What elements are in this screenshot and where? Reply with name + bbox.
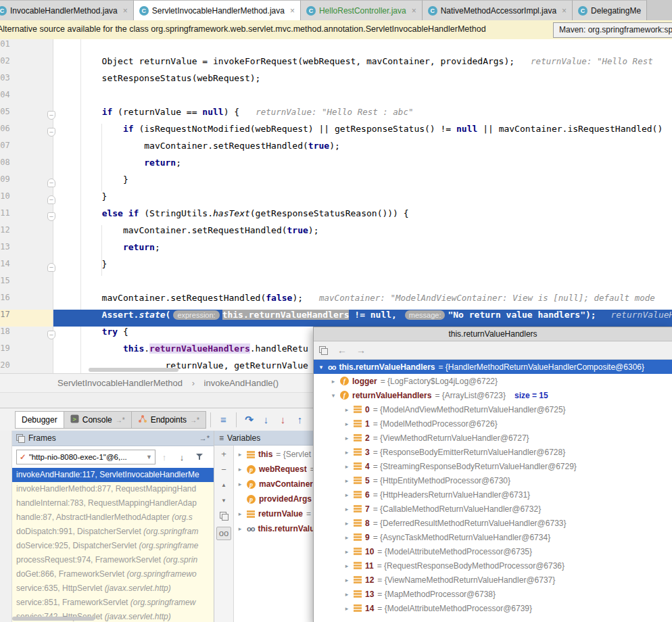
force-step-into-icon[interactable]: ↓ xyxy=(274,412,291,428)
popup-tree-row[interactable]: ▸13 = {MapMethodProcessor@6738} xyxy=(314,587,672,601)
popup-tree-row[interactable]: ▸4 = {StreamingResponseBodyReturnValueHa… xyxy=(314,459,672,473)
chevron-right-icon[interactable]: ▸ xyxy=(237,481,243,487)
fold-marker-icon[interactable]: – xyxy=(47,178,55,187)
popup-tree-row[interactable]: ▸0 = {ModelAndViewMethodReturnValueHandl… xyxy=(314,402,672,416)
frame-row[interactable]: doService:925, DispatcherServlet (org.sp… xyxy=(12,539,214,553)
popup-tree-row[interactable]: ▸14 = {ModelAttributeMethodProcessor@673… xyxy=(314,601,672,615)
popup-tree-row[interactable]: ▸9 = {AsyncTaskMethodReturnValueHandler@… xyxy=(314,530,672,544)
move-down-icon[interactable]: ▼ xyxy=(217,496,231,506)
popup-tree-row[interactable]: ▸11 = {RequestResponseBodyMethodProcesso… xyxy=(314,558,672,573)
frame-row[interactable]: invokeAndHandle:117, ServletInvocableHan… xyxy=(12,468,214,482)
code-line[interactable]: 114– } xyxy=(0,259,672,276)
popup-tree-row[interactable]: ▸12 = {ViewNameMethodReturnValueHandler@… xyxy=(314,573,672,587)
code-line[interactable]: 117 Assert.state(expression:this.returnV… xyxy=(0,310,672,327)
chevron-right-icon[interactable]: ▸ xyxy=(343,591,350,598)
code-line[interactable]: 111– else if (StringUtils.hasText(getRes… xyxy=(0,208,672,225)
code-line[interactable]: 110– } xyxy=(0,191,672,208)
chevron-right-icon[interactable]: ▸ xyxy=(237,510,243,517)
popup-tree-row[interactable]: ▸flogger = {LogFactory$Log4jLog@6722} xyxy=(314,374,672,388)
restore-layout-icon[interactable]: →* xyxy=(199,434,210,442)
toolwindow-tab-console[interactable]: >Console→* xyxy=(64,411,132,429)
code-line[interactable]: 106– if (isRequestNotModified(webRequest… xyxy=(0,124,672,141)
code-line[interactable]: 108 return; xyxy=(0,158,672,174)
code-line[interactable]: 116 mavContainer.setRequestHandled(false… xyxy=(0,293,672,310)
chevron-right-icon[interactable]: ▸ xyxy=(330,378,337,385)
popup-tree-row[interactable]: ▸3 = {ResponseBodyEmitterReturnValueHand… xyxy=(314,445,672,459)
toolwindow-tab-endpoints[interactable]: Endpoints→* xyxy=(131,411,206,429)
popup-tree-row[interactable]: ▾oothis.returnValueHandlers = {HandlerMe… xyxy=(314,360,672,374)
code-line[interactable]: 104 xyxy=(0,90,672,107)
fold-marker-icon[interactable]: – xyxy=(47,111,55,120)
layout-menu-icon[interactable]: ≡ xyxy=(215,412,232,428)
code-line[interactable]: 107 mavContainer.setRequestHandled(true)… xyxy=(0,141,672,158)
editor-tab[interactable]: CDelegatingMe xyxy=(573,0,647,20)
editor-tab[interactable]: CHelloRestController.java× xyxy=(301,0,423,20)
code-line[interactable]: 115 xyxy=(0,276,672,293)
chevron-right-icon[interactable]: ▸ xyxy=(343,421,350,427)
code-line[interactable]: 102 Object returnValue = invokeForReques… xyxy=(0,56,672,73)
chevron-down-icon[interactable]: ▾ xyxy=(330,392,337,399)
popup-tree-row[interactable]: ▾freturnValueHandlers = {ArrayList@6723}… xyxy=(314,388,672,402)
previous-frame-icon[interactable]: ↑ xyxy=(155,452,173,462)
frame-row[interactable]: service:635, HttpServlet (javax.servlet.… xyxy=(12,581,214,596)
chevron-right-icon[interactable]: ▸ xyxy=(343,435,350,441)
watches-toggle-icon[interactable]: oo xyxy=(216,527,231,540)
step-over-icon[interactable]: ↷ xyxy=(241,412,258,428)
frames-hscrollbar-thumb[interactable] xyxy=(12,617,95,621)
back-icon[interactable]: ← xyxy=(337,345,347,356)
tab-close-icon[interactable]: × xyxy=(290,6,295,16)
code-line[interactable]: 109– } xyxy=(0,174,672,191)
chevron-right-icon[interactable]: ▸ xyxy=(343,463,350,470)
editor-tab[interactable]: CNativeMethodAccessorImpl.java× xyxy=(423,0,573,20)
maven-source-button[interactable]: Maven: org.springframework:sprin xyxy=(553,22,672,38)
editor-tab[interactable]: CServletInvocableHandlerMethod.java× xyxy=(134,0,301,20)
popup-tree-row[interactable]: ▸1 = {ModelMethodProcessor@6726} xyxy=(314,416,672,431)
chevron-right-icon[interactable]: ▸ xyxy=(343,492,350,498)
fold-marker-icon[interactable]: – xyxy=(47,195,55,204)
chevron-right-icon[interactable]: ▸ xyxy=(343,449,350,456)
fold-marker-icon[interactable]: – xyxy=(47,331,55,339)
frame-row[interactable]: processRequest:974, FrameworkServlet (or… xyxy=(12,553,214,567)
chevron-right-icon[interactable]: ▸ xyxy=(237,525,243,532)
step-out-icon[interactable]: ↑ xyxy=(291,412,308,428)
chevron-right-icon[interactable]: ▸ xyxy=(343,548,350,555)
chevron-right-icon[interactable]: ▸ xyxy=(343,520,350,527)
tab-close-icon[interactable]: × xyxy=(562,6,567,16)
frame-row[interactable]: invokeHandlerMethod:877, RequestMappingH… xyxy=(12,482,214,496)
chevron-down-icon[interactable]: ▾ xyxy=(318,364,325,370)
frame-row[interactable]: doGet:866, FrameworkServlet (org.springf… xyxy=(12,567,214,581)
frame-row[interactable]: doDispatch:991, DispatcherServlet (org.s… xyxy=(12,525,214,539)
editor-hscrollbar-thumb[interactable] xyxy=(89,368,178,372)
add-watch-icon[interactable]: + xyxy=(217,450,231,459)
code-line[interactable]: 101 xyxy=(0,39,672,56)
chevron-right-icon[interactable]: ▸ xyxy=(343,506,350,512)
fold-marker-icon[interactable]: – xyxy=(47,212,55,221)
duplicate-node-icon[interactable] xyxy=(319,346,328,355)
breadcrumb-class[interactable]: ServletInvocableHandlerMethod xyxy=(57,378,183,388)
step-into-icon[interactable]: ↓ xyxy=(258,412,274,428)
popup-tree-row[interactable]: ▸8 = {DeferredResultMethodReturnValueHan… xyxy=(314,516,672,530)
chevron-right-icon[interactable]: ▸ xyxy=(237,451,243,458)
tab-close-icon[interactable]: × xyxy=(123,6,128,16)
popup-tree-row[interactable]: ▸5 = {HttpEntityMethodProcessor@6730} xyxy=(314,473,672,487)
frame-row[interactable]: handleInternal:783, RequestMappingHandle… xyxy=(12,496,214,510)
popup-tree-row[interactable]: ▸7 = {CallableMethodReturnValueHandler@6… xyxy=(314,502,672,516)
code-line[interactable]: 103 setResponseStatus(webRequest); xyxy=(0,73,672,90)
popup-tree-row[interactable]: ▸2 = {ViewMethodReturnValueHandler@6727} xyxy=(314,431,672,445)
tab-close-icon[interactable]: × xyxy=(412,6,416,16)
fold-marker-icon[interactable]: – xyxy=(47,263,55,272)
frame-row[interactable]: service:851, FrameworkServlet (org.sprin… xyxy=(12,596,214,610)
popup-tree-row[interactable]: ▸10 = {ModelAttributeMethodProcessor@673… xyxy=(314,544,672,558)
forward-icon[interactable]: → xyxy=(356,345,366,356)
filter-icon[interactable] xyxy=(191,452,208,462)
chevron-right-icon[interactable]: ▸ xyxy=(343,563,350,569)
chevron-right-icon[interactable]: ▸ xyxy=(237,466,243,473)
code-line[interactable]: 113 return; xyxy=(0,242,672,259)
frame-row[interactable]: handle:87, AbstractHandlerMethodAdapter … xyxy=(12,510,214,525)
editor-tab[interactable]: CInvocableHandlerMethod.java× xyxy=(0,0,134,20)
toolwindow-tab-debugger[interactable]: Debugger xyxy=(15,411,64,429)
breadcrumb-method[interactable]: invokeAndHandle() xyxy=(204,378,279,388)
code-line[interactable]: 112 mavContainer.setRequestHandled(true)… xyxy=(0,225,672,242)
next-frame-icon[interactable]: ↓ xyxy=(173,452,191,462)
duplicate-icon[interactable] xyxy=(220,512,229,521)
